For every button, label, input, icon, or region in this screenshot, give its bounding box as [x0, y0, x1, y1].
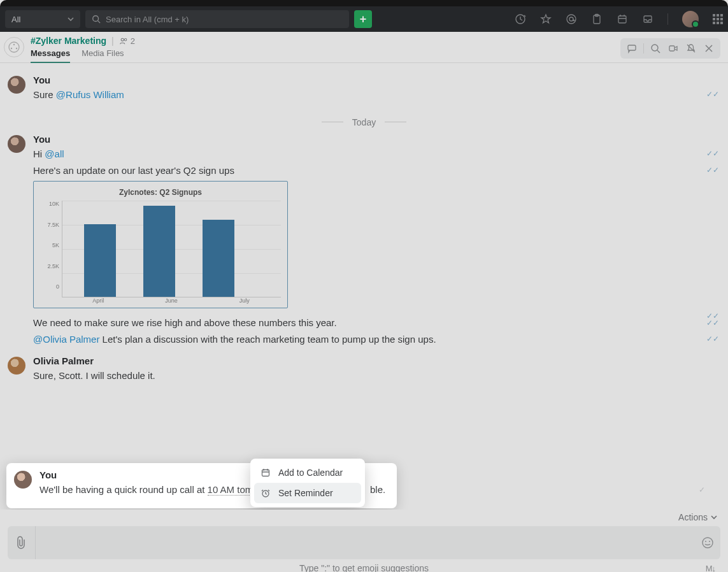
search-in-chat-icon[interactable] [648, 41, 663, 56]
history-icon[interactable] [515, 13, 526, 25]
message-author: You [33, 134, 720, 145]
message-line: We need to make sure we rise high and ab… [33, 316, 720, 330]
group-mention[interactable]: @all [45, 148, 64, 159]
svg-point-11 [16, 48, 17, 49]
top-bar: All Search in All (cmd + k) + [0, 6, 728, 32]
chart-x-axis: April June July [40, 297, 281, 304]
compose-box [8, 526, 720, 559]
smile-icon [701, 536, 714, 549]
read-receipt-icon: ✓✓ [706, 311, 719, 315]
message-line: @Olivia Palmer Let's plan a discussion w… [33, 332, 720, 347]
separator: | [111, 36, 114, 46]
emoji-button[interactable] [695, 536, 720, 549]
svg-point-20 [705, 541, 706, 542]
chart-title: Zylcnotes: Q2 Signups [40, 188, 281, 197]
channel-members[interactable]: 2 [119, 36, 135, 46]
svg-point-9 [13, 44, 15, 45]
tab-messages[interactable]: Messages [31, 48, 70, 63]
search-placeholder: Search in All (cmd + k) [106, 15, 189, 24]
svg-point-21 [709, 541, 710, 542]
apps-grid-icon[interactable] [713, 14, 723, 24]
drawer-icon[interactable] [642, 13, 653, 25]
svg-point-2 [567, 15, 576, 24]
close-icon[interactable] [701, 41, 717, 56]
chevron-down-icon [710, 513, 718, 521]
channel-name[interactable]: #Zylker Marketing [31, 36, 106, 46]
chart-plot [62, 201, 281, 297]
date-divider: Today [8, 117, 720, 127]
message-author: You [33, 75, 720, 85]
avatar[interactable] [8, 135, 25, 153]
svg-point-0 [93, 16, 99, 22]
read-receipt-icon: ✓✓ [706, 318, 719, 329]
message: You Hi @all ✓✓ Here's an update on our l… [8, 134, 720, 349]
footer: Actions Type ":" to get emoji suggestion… [0, 510, 728, 572]
attach-button[interactable] [8, 526, 36, 559]
svg-rect-16 [669, 46, 674, 51]
star-icon[interactable] [540, 13, 552, 25]
clipboard-icon[interactable] [591, 13, 603, 25]
user-mention[interactable]: @Rufus William [56, 89, 124, 100]
svg-point-15 [652, 45, 658, 51]
new-message-button[interactable]: + [354, 10, 372, 28]
svg-point-13 [124, 39, 127, 41]
chart-bar [84, 224, 116, 297]
calendar-icon[interactable] [617, 13, 628, 25]
actions-link[interactable]: Actions [8, 512, 718, 522]
separator [667, 13, 668, 25]
member-count: 2 [131, 36, 135, 46]
read-receipt-icon: ✓✓ [706, 165, 719, 176]
video-icon[interactable] [666, 41, 681, 56]
user-mention[interactable]: @Olivia Palmer [33, 334, 99, 345]
svg-point-10 [11, 48, 12, 49]
avatar[interactable] [14, 471, 32, 489]
context-popup: Add to Calendar Set Reminder [250, 459, 365, 507]
chat-icon[interactable] [624, 41, 639, 56]
svg-rect-14 [628, 45, 636, 50]
chart-bar [203, 220, 234, 297]
user-avatar[interactable] [682, 11, 699, 27]
people-icon [119, 36, 128, 45]
message-line: Hi @all ✓✓ [33, 147, 720, 161]
paperclip-icon [15, 535, 28, 550]
svg-point-3 [569, 17, 573, 21]
svg-rect-6 [618, 16, 626, 23]
compose-input[interactable] [36, 526, 695, 559]
chart-bar [143, 206, 175, 297]
message: You Sure @Rufus William ✓✓ [8, 75, 720, 104]
mute-icon[interactable] [683, 41, 699, 56]
avatar[interactable] [8, 76, 25, 94]
popup-set-reminder[interactable]: Set Reminder [254, 483, 361, 503]
message-author: Olivia Palmer [33, 355, 720, 366]
read-receipt-icon: ✓✓ [706, 89, 719, 100]
svg-rect-17 [262, 470, 269, 476]
markdown-toggle[interactable]: M↓ [706, 564, 715, 573]
read-receipt-icon: ✓✓ [706, 148, 719, 159]
chart-y-axis: 10K 7.5K 5K 2.5K 0 [40, 201, 62, 297]
search-input[interactable]: Search in All (cmd + k) [85, 10, 349, 28]
date-label: Today [352, 117, 376, 127]
scope-select[interactable]: All [5, 10, 80, 28]
channel-action-group [620, 38, 720, 59]
message-line: Here's an update on our last year's Q2 s… [33, 164, 720, 178]
channel-avatar-icon[interactable] [4, 37, 24, 57]
search-icon [92, 15, 101, 24]
reminder-icon [261, 488, 271, 498]
avatar[interactable] [8, 357, 25, 375]
message: Olivia Palmer Sure, Scott. I will schedu… [8, 355, 720, 385]
chevron-down-icon [68, 16, 74, 22]
message-list: You Sure @Rufus William ✓✓ Today You Hi … [0, 63, 728, 510]
svg-point-19 [703, 538, 713, 548]
mention-icon[interactable] [566, 13, 577, 25]
message-line: Sure @Rufus William ✓✓ [33, 88, 720, 102]
read-receipt-icon: ✓ [699, 485, 705, 496]
scope-label: All [11, 15, 20, 24]
popup-add-to-calendar[interactable]: Add to Calendar [254, 462, 361, 483]
svg-point-12 [121, 38, 124, 41]
read-receipt-icon: ✓✓ [706, 334, 719, 345]
tab-media[interactable]: Media Files [82, 48, 124, 63]
emoji-hint: Type ":" to get emoji suggestions [299, 563, 429, 572]
chart-attachment[interactable]: Zylcnotes: Q2 Signups 10K 7.5K 5K 2.5K 0 [33, 181, 288, 308]
calendar-icon [261, 468, 271, 478]
top-icon-group [515, 11, 723, 27]
